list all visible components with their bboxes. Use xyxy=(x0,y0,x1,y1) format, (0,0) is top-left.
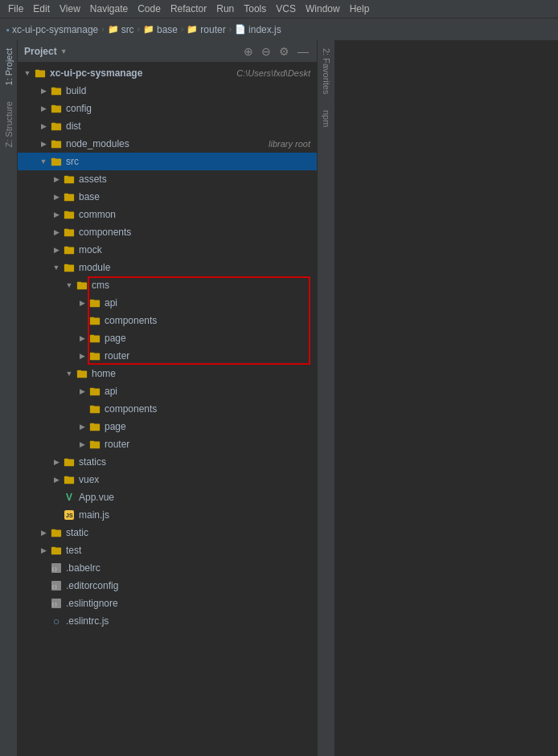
home-folder-icon xyxy=(76,367,88,380)
menu-view[interactable]: View xyxy=(55,2,85,16)
api-home-label: api xyxy=(105,386,310,397)
tab-favorites[interactable]: npm xyxy=(318,102,334,135)
tree-item-statics[interactable]: statics xyxy=(18,453,317,471)
tree-item-vuex[interactable]: vuex xyxy=(18,471,317,488)
menu-bar: File Edit View Navigate Code Refactor Ru… xyxy=(0,0,558,18)
tree-item-components-home[interactable]: components xyxy=(18,400,317,418)
tab-npm[interactable]: 2: Favorites xyxy=(318,40,334,102)
tree-item-page-home[interactable]: page xyxy=(18,418,317,435)
tree-item-home[interactable]: home xyxy=(18,365,317,382)
menu-refactor[interactable]: Refactor xyxy=(166,2,211,16)
menu-tools[interactable]: Tools xyxy=(239,2,271,16)
module-folder-icon xyxy=(63,261,76,274)
tree-item-config[interactable]: config xyxy=(18,100,317,117)
router-home-folder-icon xyxy=(88,438,101,451)
api-cms-folder-icon xyxy=(88,296,101,309)
menu-vcs[interactable]: VCS xyxy=(271,2,301,16)
svg-rect-21 xyxy=(64,247,68,249)
tree-item-module[interactable]: module xyxy=(18,259,317,276)
tree-item-mock[interactable]: mock xyxy=(18,241,317,259)
app-vue-icon: V xyxy=(63,491,76,504)
tree-item-node-modules[interactable]: node_modules library root xyxy=(18,135,317,153)
tree-item-assets[interactable]: assets xyxy=(18,170,317,188)
node-modules-label: node_modules xyxy=(66,138,264,149)
tree-item-router-home[interactable]: router xyxy=(18,435,317,453)
tree-item-base[interactable]: base xyxy=(18,188,317,206)
tree-item-cms[interactable]: cms xyxy=(18,276,317,294)
breadcrumb-src[interactable]: 📁 src xyxy=(108,24,134,35)
vuex-arrow xyxy=(50,473,63,486)
menu-help[interactable]: Help xyxy=(345,2,375,16)
bc-sep-3: › xyxy=(181,25,183,34)
tree-item-components[interactable]: components xyxy=(18,223,317,241)
breadcrumb-bar: ▪ xc-ui-pc-sysmanage › 📁 src › 📁 base › … xyxy=(0,18,558,40)
svg-rect-35 xyxy=(77,370,81,373)
breadcrumb-base-label[interactable]: base xyxy=(157,24,178,35)
panel-action-collapse[interactable]: ⊖ xyxy=(260,43,273,59)
bc-folder-icon-2: 📁 xyxy=(143,24,154,35)
tree-item-test[interactable]: test xyxy=(18,541,317,559)
tree-item-api-home[interactable]: api xyxy=(18,382,317,400)
dist-arrow xyxy=(37,120,50,133)
bc-file-icon: 📄 xyxy=(235,24,246,35)
panel-action-settings[interactable]: ⚙ xyxy=(277,43,291,59)
breadcrumb-project[interactable]: ▪ xc-ui-pc-sysmanage xyxy=(6,24,98,35)
tab-structure[interactable]: Z: Structure xyxy=(1,93,17,155)
tree-item-src[interactable]: src xyxy=(18,153,317,170)
tree-item-api-cms[interactable]: api xyxy=(18,294,317,312)
menu-file[interactable]: File xyxy=(3,2,28,16)
breadcrumb-indexjs-label[interactable]: index.js xyxy=(248,24,281,35)
menu-navigate[interactable]: Navigate xyxy=(85,2,133,16)
test-folder-icon xyxy=(50,544,63,557)
test-arrow xyxy=(37,544,50,557)
main-js-icon: JS xyxy=(63,509,76,521)
menu-edit[interactable]: Edit xyxy=(28,2,55,16)
breadcrumb-router[interactable]: 📁 router xyxy=(187,24,225,35)
config-arrow xyxy=(37,102,50,115)
menu-window[interactable]: Window xyxy=(301,2,345,16)
eslintrc-label: .eslintrc.js xyxy=(66,615,310,627)
components-home-label: components xyxy=(105,403,310,415)
common-folder-icon xyxy=(63,208,76,221)
panel-dropdown-arrow[interactable]: ▼ xyxy=(60,47,68,55)
breadcrumb-project-label[interactable]: xc-ui-pc-sysmanage xyxy=(12,24,98,35)
tree-item-root[interactable]: xc-ui-pc-sysmanage C:\Users\fxd\Deskt xyxy=(18,64,317,82)
panel-action-hide[interactable]: — xyxy=(296,43,310,59)
tree-item-babelrc[interactable]: { } .babelrc xyxy=(18,559,317,577)
components-folder-icon xyxy=(63,226,76,239)
bc-sep-4: › xyxy=(229,25,232,34)
tree-item-eslintignore[interactable]: { } .eslintignore xyxy=(18,595,317,612)
breadcrumb-router-label[interactable]: router xyxy=(200,24,225,35)
main-js-label: main.js xyxy=(79,509,310,521)
panel-action-locate[interactable]: ⊕ xyxy=(242,43,255,59)
api-cms-arrow xyxy=(76,296,88,309)
breadcrumb-indexjs[interactable]: 📄 index.js xyxy=(235,24,281,35)
root-arrow xyxy=(21,67,34,80)
menu-code[interactable]: Code xyxy=(133,2,166,16)
bc-sep-2: › xyxy=(137,25,140,34)
tree-item-page-cms[interactable]: page xyxy=(18,329,317,347)
tree-item-static[interactable]: static xyxy=(18,524,317,541)
src-folder-icon xyxy=(50,155,63,168)
tree-item-dist[interactable]: dist xyxy=(18,117,317,135)
tree-item-app-vue[interactable]: V App.vue xyxy=(18,488,317,506)
breadcrumb-src-label[interactable]: src xyxy=(121,24,134,35)
tree-item-common[interactable]: common xyxy=(18,206,317,223)
tree-item-components-cms[interactable]: components xyxy=(18,312,317,329)
tree-item-main-js[interactable]: JS main.js xyxy=(18,506,317,524)
menu-run[interactable]: Run xyxy=(211,2,239,16)
module-arrow xyxy=(50,261,63,274)
root-label[interactable]: xc-ui-pc-sysmanage xyxy=(50,67,232,79)
tree-item-router-cms[interactable]: router xyxy=(18,347,317,365)
svg-rect-33 xyxy=(90,353,94,355)
dist-folder-icon xyxy=(50,120,63,133)
tree-item-build[interactable]: build xyxy=(18,82,317,100)
breadcrumb-base[interactable]: 📁 base xyxy=(143,24,178,35)
tab-project[interactable]: 1: Project xyxy=(1,40,17,93)
router-cms-arrow xyxy=(76,349,88,362)
svg-rect-3 xyxy=(51,88,55,90)
tree-item-eslintrc[interactable]: ○ .eslintrc.js xyxy=(18,612,317,630)
tree-item-editorconfig[interactable]: { } .editorconfig xyxy=(18,577,317,595)
components-label: components xyxy=(79,227,310,238)
svg-rect-37 xyxy=(90,388,94,390)
